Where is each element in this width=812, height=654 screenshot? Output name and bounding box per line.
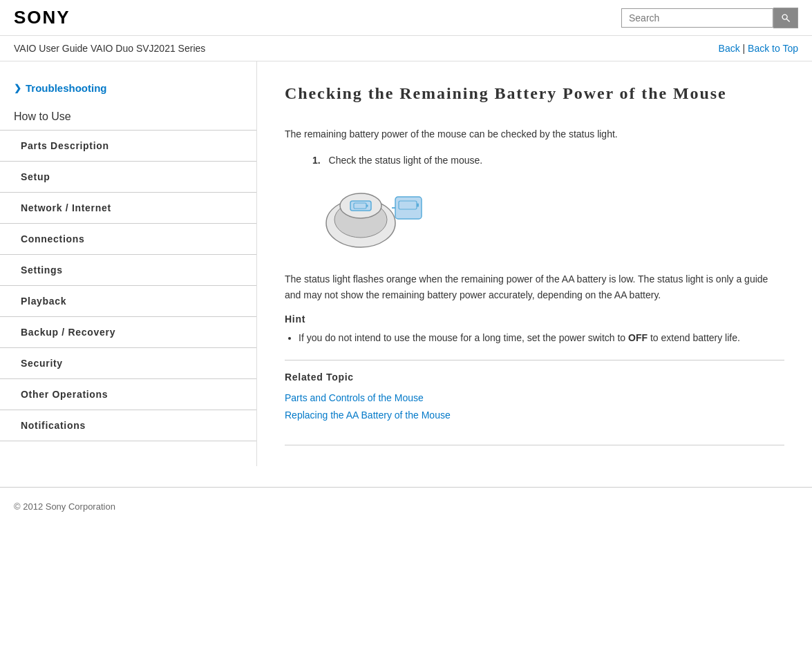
sidebar-item-connections[interactable]: Connections <box>0 224 256 255</box>
off-label: OFF <box>628 332 648 343</box>
hint-text-prefix: If you do not intend to use the mouse fo… <box>299 332 628 343</box>
mouse-illustration <box>312 182 784 251</box>
sidebar-item-setup[interactable]: Setup <box>0 162 256 193</box>
sidebar-item-notifications[interactable]: Notifications <box>0 410 256 441</box>
search-input[interactable] <box>621 8 773 28</box>
hint-title: Hint <box>285 314 784 325</box>
search-button[interactable] <box>773 8 798 28</box>
content-area: Checking the Remaining Battery Power of … <box>257 61 812 466</box>
svg-rect-7 <box>366 205 368 207</box>
page-title: Checking the Remaining Battery Power of … <box>285 82 784 106</box>
sidebar: Troubleshooting How to Use Parts Descrip… <box>0 61 257 466</box>
search-bar <box>621 8 798 28</box>
sidebar-item-security[interactable]: Security <box>0 348 256 379</box>
footer: © 2012 Sony Corporation <box>0 487 812 526</box>
main-layout: Troubleshooting How to Use Parts Descrip… <box>0 61 812 466</box>
related-link-1[interactable]: Parts and Controls of the Mouse <box>285 389 784 407</box>
related-topic-title: Related Topic <box>285 372 784 383</box>
mouse-svg <box>312 182 423 251</box>
hint-item: If you do not intend to use the mouse fo… <box>299 330 784 345</box>
svg-point-0 <box>782 15 787 19</box>
back-link[interactable]: Back <box>719 43 740 54</box>
hint-section: Hint If you do not intend to use the mou… <box>285 314 784 345</box>
content-footer-divider <box>285 445 784 445</box>
breadcrumb-bar: VAIO User Guide VAIO Duo SVJ2021 Series … <box>0 36 812 61</box>
sidebar-section-title[interactable]: Troubleshooting <box>0 75 256 101</box>
svg-line-1 <box>786 19 789 21</box>
back-to-top-link[interactable]: Back to Top <box>748 43 798 54</box>
related-topic-section: Related Topic Parts and Controls of the … <box>285 360 784 424</box>
body-text: The status light flashes orange when the… <box>285 271 784 302</box>
sidebar-item-other-operations[interactable]: Other Operations <box>0 379 256 410</box>
nav-links: Back | Back to Top <box>719 43 798 54</box>
sidebar-group-title: How to Use <box>0 101 256 131</box>
step-list: Check the status light of the mouse. <box>312 153 784 168</box>
sidebar-item-settings[interactable]: Settings <box>0 255 256 286</box>
guide-title: VAIO User Guide VAIO Duo SVJ2021 Series <box>14 43 205 54</box>
hint-text-suffix: to extend battery life. <box>648 332 740 343</box>
header: SONY <box>0 0 812 36</box>
step-1-text: Check the status light of the mouse. <box>329 155 483 166</box>
svg-rect-9 <box>395 197 422 219</box>
sidebar-item-network-internet[interactable]: Network / Internet <box>0 193 256 224</box>
hint-list: If you do not intend to use the mouse fo… <box>299 330 784 345</box>
copyright-text: © 2012 Sony Corporation <box>14 501 115 512</box>
nav-separator: | <box>743 43 748 54</box>
sidebar-item-parts-description[interactable]: Parts Description <box>0 131 256 162</box>
sidebar-item-backup-recovery[interactable]: Backup / Recovery <box>0 317 256 348</box>
related-link-2[interactable]: Replacing the AA Battery of the Mouse <box>285 407 784 424</box>
step-1: Check the status light of the mouse. <box>312 153 784 168</box>
intro-text: The remaining battery power of the mouse… <box>285 126 784 142</box>
search-icon <box>781 12 791 23</box>
sidebar-item-playback[interactable]: Playback <box>0 286 256 317</box>
svg-rect-11 <box>417 204 419 207</box>
sony-logo: SONY <box>14 7 70 28</box>
